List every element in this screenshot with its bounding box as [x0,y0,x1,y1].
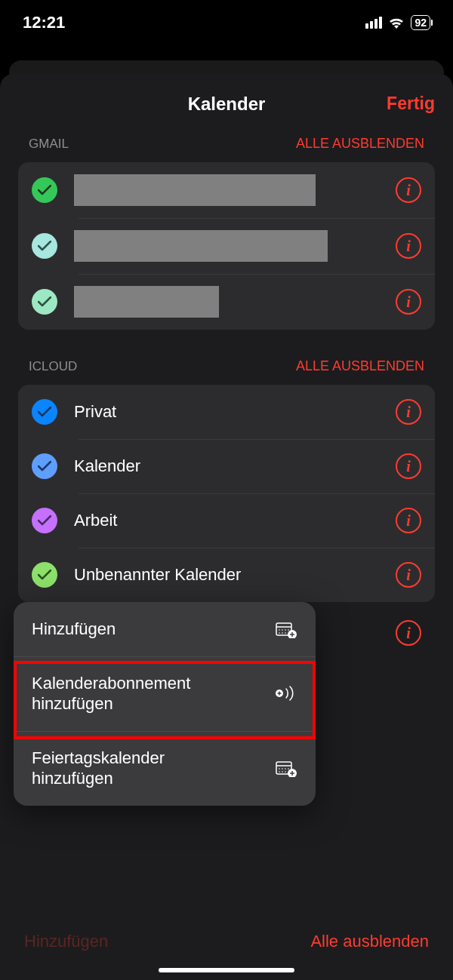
info-button[interactable]: i [396,620,421,646]
calendar-plus-icon [275,759,297,777]
add-subscription-option[interactable]: Kalenderabonnement hinzufügen [14,656,316,731]
add-holiday-option[interactable]: Feiertagskalender hinzufügen [14,731,316,806]
svg-point-5 [288,629,289,631]
status-bar: 12:21 92 [0,0,453,45]
footer-bar: Hinzufügen Alle ausblenden [0,932,453,951]
status-icons: 92 [365,15,430,30]
svg-point-21 [279,771,280,773]
calendar-row[interactable]: Arbeit i [18,493,435,548]
svg-point-22 [282,771,283,773]
svg-point-8 [285,632,286,634]
wifi-icon [388,17,405,29]
calendar-row[interactable]: Unbenannter Kalender i [18,548,435,602]
calendar-name-redacted [74,230,328,262]
signal-icon [365,17,382,29]
calendar-plus-icon [275,620,297,638]
section-title-icloud: ICLOUD [29,359,77,374]
hide-all-button[interactable]: Alle ausblenden [310,932,429,951]
hide-all-gmail[interactable]: ALLE AUSBLENDEN [296,136,424,152]
svg-point-4 [285,629,286,631]
home-indicator[interactable] [159,968,294,972]
sheet-title: Kalender [188,94,266,115]
calendar-name: Arbeit [74,511,396,530]
checkmark-icon[interactable] [32,562,57,588]
checkmark-icon[interactable] [32,453,57,479]
calendar-name: Kalender [74,456,396,476]
calendar-row[interactable]: i [18,162,435,218]
battery-icon: 92 [411,15,430,30]
calendar-row[interactable]: i [18,218,435,274]
checkmark-icon[interactable] [32,508,57,533]
calendar-row[interactable]: Privat i [18,385,435,439]
svg-point-3 [282,629,283,631]
checkmark-icon[interactable] [32,233,57,259]
info-button[interactable]: i [396,289,421,315]
done-button[interactable]: Fertig [387,94,435,114]
info-button[interactable]: i [396,508,421,533]
info-button[interactable]: i [396,233,421,259]
svg-point-2 [279,629,280,631]
add-calendar-button[interactable]: Hinzufügen [24,932,108,951]
add-calendar-option[interactable]: Hinzufügen [14,602,316,656]
icloud-list: Privat i Kalender i Arbeit i Unbenannter… [18,385,435,602]
checkmark-icon[interactable] [32,177,57,203]
status-time: 12:21 [23,13,65,32]
checkmark-icon[interactable] [32,289,57,315]
calendar-row[interactable]: Kalender i [18,439,435,493]
broadcast-plus-icon [272,684,297,702]
info-button[interactable]: i [396,399,421,425]
info-button[interactable]: i [396,562,421,588]
calendar-row[interactable]: i [18,274,435,330]
svg-point-7 [282,632,283,634]
svg-point-19 [285,768,286,770]
hide-all-icloud[interactable]: ALLE AUSBLENDEN [296,358,424,374]
add-menu-popup: Hinzufügen Kalenderabonnement hinzufügen… [14,602,316,806]
section-title-gmail: GMAIL [29,137,69,152]
svg-point-20 [288,768,289,770]
calendar-name: Privat [74,402,396,422]
svg-point-17 [279,768,280,770]
info-button[interactable]: i [396,453,421,479]
gmail-list: i i i [18,162,435,330]
calendar-name-redacted [74,174,316,206]
checkmark-icon[interactable] [32,399,57,425]
calendars-sheet: Kalender Fertig GMAIL ALLE AUSBLENDEN i … [0,74,453,980]
calendar-name: Unbenannter Kalender [74,565,396,585]
svg-point-6 [279,632,280,634]
svg-point-23 [285,771,286,773]
info-button[interactable]: i [396,177,421,203]
calendar-name-redacted [74,286,219,318]
svg-point-18 [282,768,283,770]
